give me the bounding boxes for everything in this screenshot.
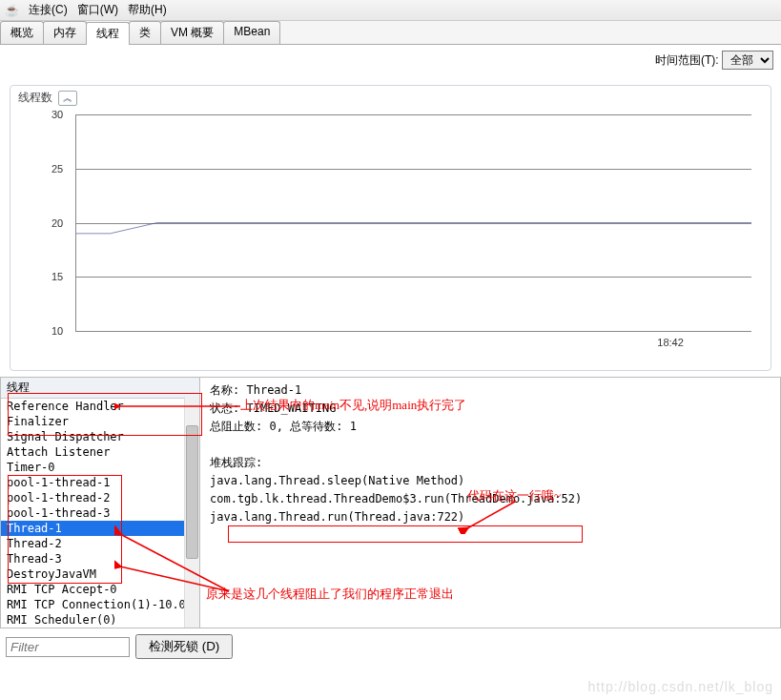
- tab-bar: 概览 内存 线程 类 VM 概要 MBean: [0, 21, 781, 45]
- thread-item[interactable]: Attach Listener: [1, 444, 199, 460]
- ytick-label: 20: [51, 217, 63, 229]
- thread-item[interactable]: RMI Scheduler(0): [1, 612, 199, 628]
- filter-input[interactable]: [6, 637, 130, 657]
- tab-vm-summary[interactable]: VM 概要: [160, 21, 224, 44]
- name-value: Thread-1: [246, 383, 301, 397]
- ytick-label: 25: [51, 163, 63, 175]
- ytick-label: 30: [51, 109, 63, 120]
- stack-title: 堆栈跟踪:: [210, 454, 771, 472]
- blocked-value: 0,: [269, 420, 282, 433]
- chart-title: 线程数: [18, 90, 52, 106]
- thread-item[interactable]: Timer-0: [1, 460, 199, 475]
- thread-item[interactable]: pool-1-thread-3: [1, 505, 199, 521]
- ytick-label: 15: [51, 271, 63, 282]
- menu-help[interactable]: 帮助(H): [128, 2, 167, 18]
- thread-item[interactable]: Reference Handler: [1, 399, 199, 414]
- thread-item[interactable]: Finalizer: [1, 414, 199, 429]
- annotation-blocking-threads: 原来是这几个线程阻止了我们的程序正常退出: [206, 586, 454, 603]
- annotation-main-gone: 上次结果中的main不见,说明main执行完了: [240, 397, 466, 414]
- xtick-label: 18:42: [657, 337, 684, 348]
- thread-item[interactable]: Thread-1: [1, 521, 199, 536]
- footer-row: 检测死锁 (D): [0, 634, 781, 659]
- scroll-thumb[interactable]: [186, 425, 198, 559]
- tab-classes[interactable]: 类: [129, 21, 161, 44]
- waited-value: 1: [350, 420, 357, 433]
- tab-mbean[interactable]: MBean: [223, 21, 280, 44]
- name-label: 名称:: [210, 383, 239, 397]
- thread-item[interactable]: DestroyJavaVM: [1, 566, 199, 582]
- tab-threads[interactable]: 线程: [86, 22, 130, 45]
- time-range-label: 时间范围(T):: [655, 53, 719, 67]
- watermark: http://blog.csdn.net/lk_blog: [587, 679, 773, 694]
- tab-overview[interactable]: 概览: [0, 21, 44, 44]
- collapse-icon[interactable]: ︽: [58, 91, 77, 106]
- waited-label: 总等待数:: [290, 420, 342, 433]
- annotation-code-line: 代码在这一行哦~: [467, 487, 561, 504]
- thread-item[interactable]: RMI TCP Connection(1)-10.0.0.6: [1, 597, 199, 612]
- menu-connect[interactable]: 连接(C): [29, 2, 68, 18]
- time-range-select[interactable]: 全部: [722, 51, 773, 70]
- state-label: 状态:: [210, 401, 239, 415]
- thread-list-header: 线程: [1, 378, 199, 399]
- thread-item[interactable]: Thread-2: [1, 536, 199, 551]
- java-icon: ☕: [4, 3, 19, 18]
- thread-item[interactable]: pool-1-thread-2: [1, 490, 199, 505]
- ytick-label: 10: [51, 325, 63, 337]
- thread-item[interactable]: pool-1-thread-1: [1, 475, 199, 490]
- thread-item[interactable]: Thread-3: [1, 551, 199, 566]
- thread-scrollbar[interactable]: [184, 397, 199, 628]
- thread-item[interactable]: RMI TCP Accept-0: [1, 582, 199, 597]
- menu-window[interactable]: 窗口(W): [77, 2, 118, 18]
- thread-list: Reference HandlerFinalizerSignal Dispatc…: [1, 399, 199, 628]
- menubar: ☕ 连接(C) 窗口(W) 帮助(H): [0, 0, 781, 21]
- stack-line-2: java.lang.Thread.run(Thread.java:722): [210, 508, 771, 526]
- time-range-row: 时间范围(T): 全部: [0, 51, 781, 70]
- tab-memory[interactable]: 内存: [43, 21, 87, 44]
- thread-chart: 线程数 ︽ 101520253018:42: [10, 85, 771, 371]
- thread-list-panel: 线程 Reference HandlerFinalizerSignal Disp…: [0, 377, 200, 628]
- detect-deadlock-button[interactable]: 检测死锁 (D): [135, 634, 233, 659]
- thread-item[interactable]: Signal Dispatcher: [1, 429, 199, 444]
- blocked-label: 总阻止数:: [210, 420, 262, 433]
